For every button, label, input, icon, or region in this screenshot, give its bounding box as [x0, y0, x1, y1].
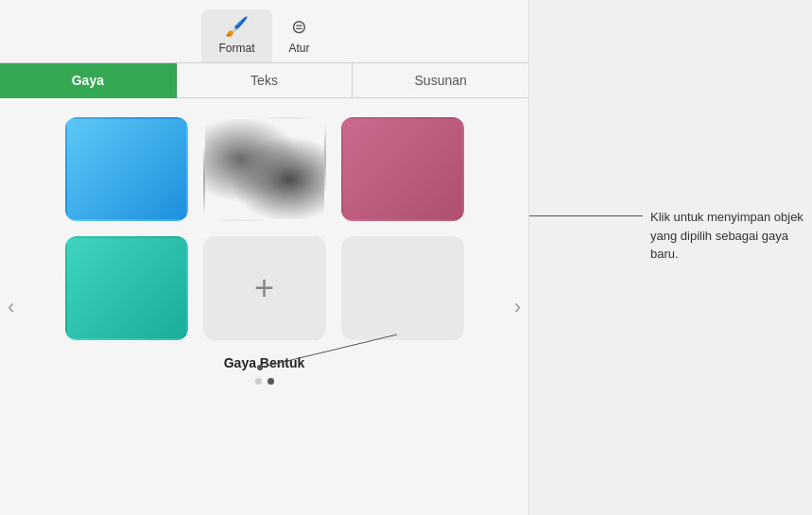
style-item-blue[interactable] — [65, 117, 188, 221]
format-label: Format — [218, 42, 254, 55]
style-area: ‹ › + Gaya Bentuk — [0, 98, 528, 515]
format-button[interactable]: 🖌️ Format — [201, 9, 271, 62]
toolbar: 🖌️ Format ⊜ Atur — [0, 0, 528, 63]
tabs: Gaya Teks Susunan — [0, 63, 528, 98]
section-title: Gaya Bentuk — [224, 355, 305, 370]
screenshot-container: 🖌️ Format ⊜ Atur Gaya Teks Susunan ‹ › — [0, 0, 812, 515]
atur-icon: ⊜ — [291, 15, 307, 38]
nav-right-arrow[interactable]: › — [507, 287, 528, 327]
tab-susunan[interactable]: Susunan — [353, 63, 528, 98]
tab-gaya[interactable]: Gaya — [0, 63, 177, 98]
style-item-pink[interactable] — [341, 117, 464, 221]
style-grid: + — [65, 117, 464, 340]
add-style-icon: + — [254, 268, 274, 308]
style-item-teal[interactable] — [65, 236, 188, 340]
atur-label: Atur — [289, 42, 310, 55]
nav-left-arrow[interactable]: ‹ — [0, 287, 22, 327]
style-item-dark[interactable] — [203, 117, 326, 221]
callout-text: Klik untuk menyimpan objek yang dipilih … — [650, 208, 812, 264]
pagination — [255, 378, 274, 385]
page-dot-2 — [268, 378, 274, 385]
format-icon: 🖌️ — [225, 15, 249, 38]
style-item-empty[interactable] — [341, 236, 464, 340]
atur-button[interactable]: ⊜ Atur — [272, 9, 327, 62]
add-style-button[interactable]: + — [203, 236, 326, 340]
page-dot-1 — [255, 378, 262, 385]
side-panel: 🖌️ Format ⊜ Atur Gaya Teks Susunan ‹ › — [0, 0, 529, 515]
callout-annotation: Klik untuk menyimpan objek yang dipilih … — [529, 208, 812, 264]
tab-teks[interactable]: Teks — [177, 63, 354, 98]
